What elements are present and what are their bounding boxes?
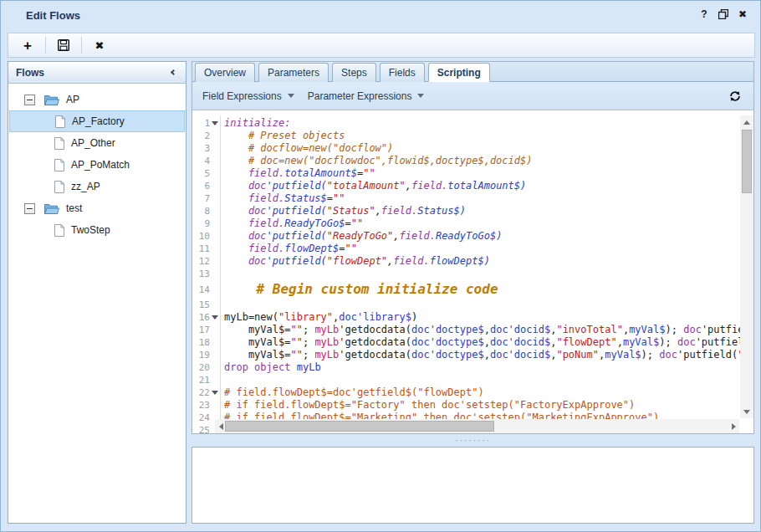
scroll-up-button[interactable]	[740, 115, 753, 129]
gutter-row: 9	[192, 217, 220, 230]
tab-parameters[interactable]: Parameters	[258, 63, 329, 82]
code-line[interactable]: # docflow=new("docflow")	[224, 142, 740, 155]
code-line[interactable]: field.flowDept$=""	[224, 243, 740, 255]
code-line[interactable]: doc'putfield("flowDept",field.flowDept$)	[224, 255, 740, 268]
save-button[interactable]	[53, 36, 74, 54]
code-line[interactable]	[224, 299, 740, 311]
add-flow-button[interactable]: +	[17, 36, 38, 54]
h-scroll-thumb[interactable]	[225, 421, 494, 432]
fold-icon[interactable]	[210, 311, 220, 324]
refresh-icon	[728, 90, 742, 103]
restore-button[interactable]	[718, 8, 729, 20]
code-line[interactable]: doc'putfield("ReadyToGo",field.ReadyToGo…	[224, 230, 740, 243]
code-line[interactable]: # field.flowDept$=doc'getfield$("flowDep…	[224, 386, 740, 399]
line-number: 7	[192, 193, 210, 204]
code-lines: initialize: # Preset objects # docflow=n…	[224, 117, 740, 433]
tab-overview[interactable]: Overview	[195, 63, 255, 82]
gutter-row: 17	[192, 324, 220, 336]
tree-item-ap[interactable]: AP	[8, 89, 186, 110]
splitter-handle[interactable]: ········	[455, 438, 491, 443]
tree-item-zz-ap[interactable]: zz_AP	[8, 176, 186, 197]
collapse-panel-button[interactable]	[166, 67, 178, 79]
line-number: 15	[192, 299, 210, 310]
gutter-row: 8	[192, 205, 220, 217]
h-scrollbar[interactable]	[215, 419, 739, 433]
tree-item-test[interactable]: test	[8, 197, 186, 219]
document-icon	[54, 137, 64, 150]
scroll-right-button[interactable]	[728, 419, 739, 433]
tree-item-ap-pomatch[interactable]: AP_PoMatch	[8, 154, 186, 176]
help-button[interactable]: ?	[698, 8, 710, 20]
code-line[interactable]: myVal$=""; myLb'getdocdata(doc'doctype$,…	[224, 336, 740, 349]
scroll-down-button[interactable]	[740, 405, 753, 418]
code-line[interactable]: field.totalAmount$=""	[224, 167, 740, 180]
document-icon	[54, 224, 64, 237]
titlebar[interactable]: Edit Flows ? ✖	[1, 1, 760, 33]
gutter-row: 13	[192, 268, 220, 280]
tree-expander[interactable]	[24, 203, 35, 214]
bottom-panel	[192, 447, 754, 524]
close-button[interactable]: ✖	[737, 8, 748, 20]
code-line[interactable]: doc'putfield("Status",field.Status$)	[224, 205, 740, 217]
fold-slot	[210, 299, 220, 311]
fold-slot	[210, 349, 220, 361]
code-line[interactable]: # if field.flowDept$="Factory" then doc'…	[224, 399, 740, 412]
line-number: 25	[192, 425, 210, 433]
code-line[interactable]: myLb=new("library",doc'library$)	[224, 311, 740, 324]
gutter-row: 14	[192, 280, 220, 299]
code-line[interactable]: myVal$=""; myLb'getdocdata(doc'doctype$,…	[224, 349, 740, 361]
code-line[interactable]: # doc=new("docflowdoc",flowid$,doctype$,…	[224, 155, 740, 167]
code-line[interactable]	[224, 268, 740, 280]
splitter[interactable]: ········	[192, 434, 754, 447]
code-editor[interactable]: 1234567891011121314151617181920212223242…	[192, 115, 753, 433]
document-icon	[55, 115, 65, 128]
chevron-left-icon	[171, 69, 176, 75]
fold-slot	[210, 336, 220, 349]
code-line[interactable]: myVal$=""; myLb'getdocdata(doc'doctype$,…	[224, 324, 740, 336]
gutter-row: 12	[192, 255, 220, 268]
code-line[interactable]: field.Status$=""	[224, 192, 740, 205]
fold-slot	[210, 361, 220, 374]
line-number: 13	[192, 269, 210, 279]
v-scrollbar[interactable]	[740, 115, 753, 418]
code-line[interactable]: field.ReadyToGo$=""	[224, 217, 740, 230]
tree-item-twostep[interactable]: TwoStep	[8, 219, 186, 241]
tree-expander[interactable]	[24, 95, 35, 105]
tree-item-ap-factory[interactable]: AP_Factory	[9, 110, 185, 132]
tab-steps[interactable]: Steps	[332, 63, 376, 82]
code-line[interactable]: # Preset objects	[224, 130, 740, 142]
refresh-button[interactable]	[727, 88, 743, 105]
fold-slot	[210, 324, 220, 336]
fold-slot	[210, 130, 220, 142]
line-number: 16	[192, 312, 210, 323]
v-scroll-thumb[interactable]	[742, 130, 752, 193]
code-line[interactable]: doc'putfield("totalAmount",field.totalAm…	[224, 180, 740, 192]
gutter-row: 20	[192, 361, 220, 374]
dropdown-caret-icon	[417, 94, 424, 98]
code-line[interactable]: # Begin custom initialize code	[224, 280, 740, 299]
fold-icon[interactable]	[210, 117, 220, 130]
flow-tree: APAP_FactoryAP_OtherAP_PoMatchzz_APtestT…	[8, 84, 186, 241]
window-title: Edit Flows	[26, 9, 80, 22]
tree-item-label: test	[66, 202, 82, 214]
delete-icon: ✖	[95, 40, 105, 51]
tree-item-label: AP_Other	[71, 137, 115, 149]
parameter-expressions-button[interactable]: Parameter Expressions	[308, 90, 425, 102]
field-expressions-button[interactable]: Field Expressions	[202, 90, 294, 102]
code-line[interactable]	[224, 374, 740, 386]
gutter-row: 7	[192, 192, 220, 205]
fold-slot	[210, 180, 220, 192]
code-line[interactable]: initialize:	[224, 117, 740, 130]
tab-scripting[interactable]: Scripting	[428, 63, 490, 82]
tab-fields[interactable]: Fields	[380, 63, 425, 82]
line-number: 19	[192, 350, 210, 361]
code-line[interactable]: drop object myLb	[224, 361, 740, 374]
plus-icon: +	[23, 38, 32, 53]
document-icon	[54, 181, 64, 193]
fold-slot	[210, 374, 220, 386]
save-icon	[57, 38, 70, 52]
delete-button[interactable]: ✖	[89, 36, 110, 54]
tree-item-ap-other[interactable]: AP_Other	[8, 132, 186, 154]
line-number: 3	[192, 143, 210, 154]
fold-icon[interactable]	[210, 386, 220, 399]
